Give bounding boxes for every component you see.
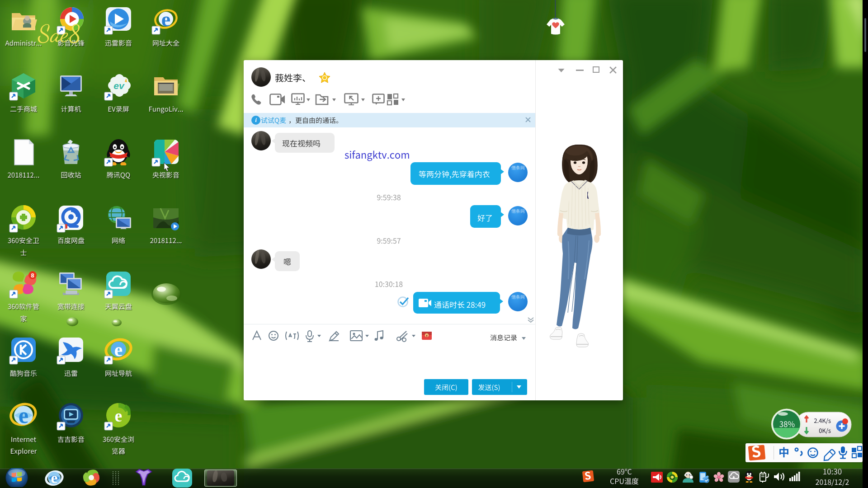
svg-text:ev: ev — [113, 80, 125, 91]
svg-text:8: 8 — [31, 272, 34, 279]
svg-text:e: e — [115, 407, 122, 425]
